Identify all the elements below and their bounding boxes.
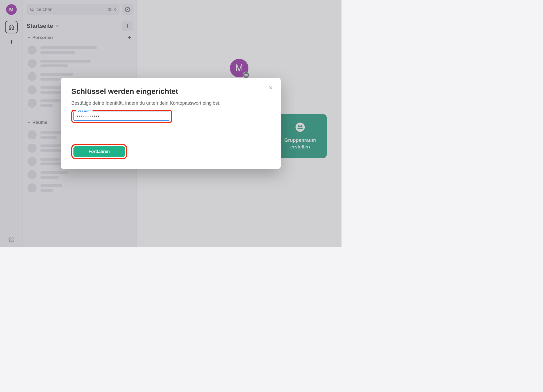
key-setup-dialog: Schlüssel werden eingerichtet Bestätige … xyxy=(61,78,281,169)
close-button[interactable] xyxy=(268,85,273,90)
continue-button[interactable]: Fortfahren xyxy=(73,146,125,157)
dialog-description: Bestätige deine Identität, indem du unte… xyxy=(71,100,270,106)
password-input[interactable]: Passwort •••••••••••• xyxy=(73,112,170,121)
modal-overlay: Schlüssel werden eingerichtet Bestätige … xyxy=(0,0,341,247)
continue-button-highlight: Fortfahren xyxy=(71,144,127,159)
close-icon xyxy=(268,85,273,90)
dialog-title: Schlüssel werden eingerichtet xyxy=(71,87,270,96)
password-value: •••••••••••• xyxy=(77,114,167,118)
password-label: Passwort xyxy=(76,109,93,113)
password-field-highlight: Passwort •••••••••••• xyxy=(71,110,172,123)
